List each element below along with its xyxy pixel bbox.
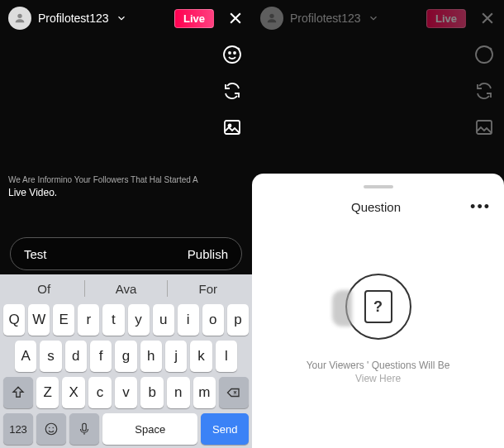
keyboard: Of Ava For Q W E r t y u i o p A s d f g… (0, 274, 252, 448)
svg-rect-9 (83, 423, 87, 431)
backspace-key[interactable] (219, 377, 249, 408)
publish-button[interactable]: Publish (188, 247, 228, 261)
key[interactable]: j (165, 341, 187, 372)
key[interactable]: m (193, 377, 216, 408)
svg-rect-12 (477, 121, 492, 134)
switch-camera-icon[interactable] (222, 81, 242, 101)
right-screen: Profilotest123 Live Question ••• ? Your … (252, 0, 504, 448)
key[interactable]: W (28, 304, 50, 336)
username-label: Profilotest123 (290, 12, 361, 25)
key-row: 123 Space Send (3, 413, 249, 445)
key[interactable]: s (40, 341, 61, 372)
svg-point-7 (49, 427, 50, 429)
questions-header: Question ••• (252, 198, 504, 224)
key[interactable]: n (167, 377, 190, 408)
avatar[interactable] (260, 7, 283, 30)
key[interactable]: Q (3, 304, 25, 336)
live-badge: Live (426, 9, 466, 28)
key-row: A s d f g h j k l (3, 341, 249, 372)
suggestion[interactable]: For (168, 282, 249, 296)
gallery-icon[interactable] (222, 117, 242, 137)
key-row: Q W E r t y u i o p (3, 304, 249, 336)
key[interactable]: t (102, 304, 124, 336)
key-row: Z X c v b n m (3, 377, 249, 408)
svg-point-10 (269, 14, 273, 18)
emoji-key[interactable] (36, 413, 66, 445)
comment-bar: Publish (10, 237, 242, 270)
suggestion[interactable]: Of (3, 282, 84, 296)
key[interactable]: l (216, 341, 237, 372)
mode-key[interactable]: 123 (3, 413, 33, 445)
chevron-down-icon[interactable] (116, 12, 127, 24)
svg-point-2 (229, 52, 231, 54)
info-line: Live Video. (8, 186, 198, 200)
key[interactable]: E (53, 304, 74, 336)
key[interactable]: d (65, 341, 87, 372)
info-text: We Are Informino Your Followers That Hal… (8, 174, 198, 200)
chevron-down-icon[interactable] (368, 12, 379, 24)
key[interactable]: r (78, 304, 99, 336)
comment-input[interactable] (24, 247, 188, 261)
key[interactable]: y (128, 304, 150, 336)
side-tools (222, 45, 242, 137)
key[interactable]: g (115, 341, 136, 372)
mic-key[interactable] (69, 413, 99, 445)
key[interactable]: v (115, 377, 138, 408)
send-key[interactable]: Send (201, 413, 249, 445)
drag-handle[interactable] (364, 185, 393, 188)
shift-key[interactable] (3, 377, 33, 408)
space-key[interactable]: Space (102, 413, 197, 445)
key[interactable]: k (190, 341, 212, 372)
face-filter-icon[interactable] (222, 45, 242, 64)
key[interactable]: c (88, 377, 112, 408)
key[interactable]: i (178, 304, 199, 336)
close-icon[interactable] (479, 10, 496, 26)
face-filter-icon[interactable] (474, 45, 494, 64)
svg-point-8 (53, 427, 55, 429)
key[interactable]: X (62, 377, 85, 408)
info-line: We Are Informino Your Followers That Hal… (8, 174, 198, 186)
left-screen: Profilotest123 Live We Are Informino You… (0, 0, 252, 448)
more-icon[interactable]: ••• (470, 198, 491, 216)
key[interactable]: p (227, 304, 249, 336)
svg-rect-4 (225, 121, 240, 134)
switch-camera-icon[interactable] (474, 81, 494, 101)
questions-text: View Here (355, 373, 401, 384)
questions-body: ? Your Viewers ' Questions Will Be View … (252, 224, 504, 384)
header: Profilotest123 Live (252, 0, 504, 36)
svg-point-3 (234, 52, 235, 54)
key[interactable]: A (15, 341, 36, 372)
suggestion-bar: Of Ava For (3, 278, 249, 299)
avatar[interactable] (8, 7, 31, 30)
header: Profilotest123 Live (0, 0, 252, 36)
suggestion[interactable]: Ava (85, 282, 166, 296)
live-badge: Live (174, 9, 214, 28)
gallery-icon[interactable] (474, 117, 494, 137)
key[interactable]: b (140, 377, 164, 408)
side-tools (474, 45, 494, 137)
key[interactable]: f (90, 341, 112, 372)
key[interactable]: u (153, 304, 174, 336)
questions-panel: Question ••• ? Your Viewers ' Questions … (252, 174, 504, 448)
questions-illustration: ? (345, 274, 411, 340)
key[interactable]: h (140, 341, 162, 372)
key[interactable]: o (202, 304, 224, 336)
questions-title: Question (282, 200, 470, 214)
svg-point-0 (17, 14, 21, 18)
question-mark-icon: ? (364, 290, 392, 323)
questions-text: Your Viewers ' Questions Will Be (307, 360, 450, 371)
close-icon[interactable] (227, 10, 244, 26)
svg-point-6 (45, 423, 57, 435)
key[interactable]: Z (36, 377, 59, 408)
username-label: Profilotest123 (38, 12, 109, 25)
